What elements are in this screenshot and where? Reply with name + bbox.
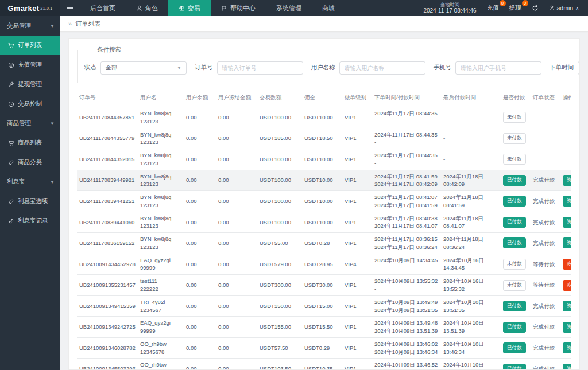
sidebar-group-header[interactable]: 利息宝▼ (0, 172, 60, 192)
cell-order-no: UB2410091355231457 (77, 275, 138, 296)
paid-badge[interactable]: 已付款 (503, 237, 526, 248)
sidebar-group-header[interactable]: 商品管理▼ (0, 114, 60, 133)
paid-badge[interactable]: 已付款 (503, 175, 526, 186)
sidebar-item-label: 商品列表 (18, 139, 42, 147)
fund-flow-button[interactable]: 资金流水 (563, 364, 571, 370)
fund-flow-button[interactable]: 资金流水 (563, 175, 571, 186)
column-header: 操作 (560, 89, 571, 107)
cell-balance: 0.00 (184, 275, 216, 296)
phone-input[interactable] (455, 61, 541, 75)
topnav-item[interactable]: 后台首页 (80, 0, 126, 16)
recharge-button[interactable]: 充值 0 (487, 4, 499, 12)
paid-badge[interactable]: 已付款 (503, 364, 526, 370)
paid-badge[interactable]: 已付款 (503, 196, 526, 207)
unpaid-badge[interactable]: 未付款 (503, 133, 526, 144)
sidebar-group-header[interactable]: 交易管理▼ (0, 16, 60, 36)
cell-frozen: 0.00 (216, 128, 257, 149)
fund-flow-button[interactable]: 资金流水 (563, 301, 571, 311)
chevron-down-icon: ▼ (177, 65, 181, 71)
topnav-item[interactable]: 帮助中心 (211, 0, 266, 16)
fund-flow-button[interactable]: 资金流水 (563, 196, 571, 207)
cell-pay-status: 未付款 (501, 254, 531, 275)
cell-last-pay-time: 2024年11月18日 08:41:07 (441, 212, 501, 233)
table-row: UB2410091355231457 test111222222 0.00 0.… (77, 275, 571, 296)
cell-level: VIP1 (342, 337, 372, 359)
cell-times: 2024年11月17日 08:44:35- (372, 149, 441, 170)
order-time-field: 下单时间 (550, 61, 580, 75)
cell-last-pay-time: 2024年10月16日 14:34:45 (441, 254, 501, 275)
paid-badge[interactable]: 已付款 (503, 322, 526, 333)
cell-actions: 冻结强制付款取消订单 (560, 254, 571, 275)
cell-frozen: 0.00 (216, 295, 257, 317)
fund-flow-button[interactable]: 资金流水 (563, 322, 571, 333)
local-time-label: 当地时间 (423, 2, 476, 7)
cell-commission: USDT10.00 (302, 191, 342, 212)
order-no-input[interactable] (217, 61, 303, 75)
username-input[interactable] (339, 61, 425, 75)
fund-flow-button[interactable]: 资金流水 (563, 237, 571, 248)
sidebar-group-label: 利息宝 (7, 178, 25, 186)
cell-actions: 资金流水 (560, 212, 571, 233)
phone-label: 手机号 (434, 64, 452, 72)
cell-pay-status: 已付款 (501, 233, 531, 254)
sidebar-item[interactable]: 利息宝记录 (0, 211, 60, 231)
cell-order-status: 等待付款 (531, 254, 560, 275)
cell-commission: USDT0.29 (302, 337, 342, 359)
sidebar-item[interactable]: 商品列表 (0, 133, 60, 153)
table-header-row: 订单号用户名用户余额用户冻结金额交易数额佣金做单级别下单时间/付款时间最后付款时… (77, 89, 571, 107)
sidebar-item[interactable]: 提现管理 (0, 75, 60, 94)
user-icon (549, 5, 555, 11)
unpaid-badge[interactable]: 未付款 (503, 259, 526, 270)
cell-last-pay-time: - (441, 149, 501, 170)
cell-user: BYN_kw8j8q123123 (138, 170, 184, 191)
cell-times: 2024年11月17日 08:44:35- (372, 128, 441, 149)
user-icon (136, 5, 142, 11)
cell-pay-status: 未付款 (501, 149, 531, 170)
link-icon (8, 198, 14, 205)
topnav-item[interactable]: 商城 (312, 0, 345, 16)
refresh-icon[interactable] (532, 4, 539, 13)
sidebar-item[interactable]: 充值管理 (0, 55, 60, 75)
paid-badge[interactable]: 已付款 (503, 217, 526, 228)
cell-level: VIP1 (342, 191, 372, 212)
unpaid-badge[interactable]: 未付款 (503, 112, 526, 123)
cart-icon (8, 140, 14, 146)
status-select[interactable]: 全部 ▼ (100, 61, 187, 75)
sidebar-group-label: 交易管理 (7, 22, 31, 30)
sidebar-item[interactable]: 交易控制 (0, 94, 60, 114)
breadcrumb: » 订单列表 (60, 16, 588, 32)
order-time-input[interactable] (578, 61, 580, 75)
freeze-button[interactable]: 冻结 (563, 259, 571, 270)
user-menu[interactable]: admin ∧ (549, 5, 579, 11)
cell-actions: 资金流水 (560, 191, 571, 212)
cell-balance: 0.00 (184, 233, 216, 254)
fund-flow-button[interactable]: 资金流水 (563, 217, 571, 228)
topnav-item[interactable]: 系统管理 (266, 0, 312, 16)
freeze-button[interactable]: 冻结 (563, 280, 571, 291)
cell-amount: USDT100.00 (257, 149, 302, 170)
withdraw-button[interactable]: 提现 0 (509, 4, 521, 12)
brand-logo[interactable]: Gmarket21.0.1 (0, 0, 60, 16)
cell-frozen: 0.00 (216, 317, 257, 338)
cell-user: OO_rh9bw12345678 (138, 337, 184, 359)
cell-pay-status: 未付款 (501, 275, 531, 296)
topnav-item[interactable]: 交易 (168, 0, 211, 16)
status-label: 状态 (84, 64, 96, 72)
cell-order-no: UB2410091434452978 (77, 254, 138, 275)
menu-toggle-icon[interactable] (60, 0, 80, 16)
cell-last-pay-time: 2024年11月18日 08:42:09 (441, 170, 501, 191)
sidebar-item[interactable]: 订单列表 (0, 36, 60, 55)
top-navigation: 后台首页角色交易帮助中心系统管理商城 (80, 0, 345, 16)
cell-actions (560, 149, 571, 170)
cell-commission: USDT10.00 (302, 212, 342, 233)
unpaid-badge[interactable]: 未付款 (503, 280, 526, 291)
topnav-item[interactable]: 角色 (126, 0, 168, 16)
unpaid-badge[interactable]: 未付款 (503, 154, 526, 165)
fund-flow-button[interactable]: 资金流水 (563, 342, 571, 353)
cell-actions (560, 128, 571, 149)
paid-badge[interactable]: 已付款 (503, 301, 526, 311)
paid-badge[interactable]: 已付款 (503, 342, 526, 353)
cell-balance: 0.00 (184, 317, 216, 338)
sidebar-item[interactable]: 商品分类 (0, 153, 60, 172)
sidebar-item[interactable]: 利息宝选项 (0, 192, 60, 211)
